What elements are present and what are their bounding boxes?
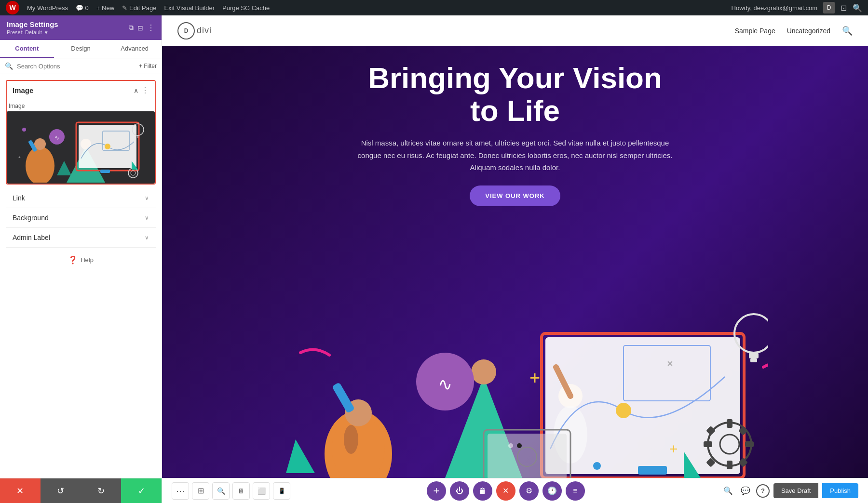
support-btn[interactable]: 💬 [739, 484, 752, 497]
desktop-view-btn[interactable]: 🖥 [232, 482, 250, 500]
image-section-block: Image ∧ ⋮ Image [6, 80, 156, 185]
power-btn[interactable]: ⏻ [450, 481, 469, 501]
screen-options-icon[interactable]: ⊡ [841, 3, 847, 13]
sidebar-header: Image Settings Preset: Default ▼ ⧉ ⊟ ⋮ [0, 15, 162, 40]
help-btn[interactable]: ? [756, 484, 770, 498]
bottom-toolbar: ⋯ ⊞ 🔍 🖥 ⬜ 📱 + ⏻ 🗑 ✕ ⚙ 🕐 ≡ 🔍 💬 ? Save [162, 478, 868, 503]
divi-logo-circle: D [177, 22, 195, 40]
background-chevron-icon: ∨ [145, 214, 149, 221]
exit-visual-builder-link[interactable]: Exit Visual Builder [164, 4, 215, 12]
nav-sample-page[interactable]: Sample Page [735, 27, 775, 35]
svg-point-8 [105, 144, 110, 149]
undo-button[interactable]: ↺ [41, 478, 81, 503]
toolbar-left: ⋯ ⊞ 🔍 🖥 ⬜ 📱 [172, 482, 290, 500]
search-options-input[interactable] [17, 63, 135, 70]
svg-text:+: + [18, 155, 21, 159]
hero-title: Bringing Your Visionto Life [351, 62, 679, 127]
purge-sg-cache-link[interactable]: Purge SG Cache [222, 4, 270, 12]
admin-label-chevron-icon: ∨ [145, 234, 149, 241]
site-search-icon[interactable]: 🔍 [842, 26, 853, 36]
add-element-btn[interactable]: + [427, 481, 446, 501]
image-preview-container[interactable]: ∿ + [7, 111, 155, 184]
copy-icon[interactable]: ⧉ [129, 24, 134, 32]
background-section[interactable]: Background ∨ [6, 208, 156, 228]
settings-btn[interactable]: ⚙ [519, 481, 539, 501]
help-label: Help [81, 256, 94, 264]
comments-link[interactable]: 💬 0 [76, 4, 89, 12]
layout-btn[interactable]: ⊞ [192, 482, 209, 500]
section-more-icon[interactable]: ⋮ [141, 86, 149, 95]
tab-design[interactable]: Design [54, 40, 108, 58]
columns-icon[interactable]: ⊟ [137, 24, 143, 32]
edit-page-link[interactable]: ✎ Edit Page [122, 4, 156, 12]
more-options-icon[interactable]: ⋮ [147, 23, 155, 32]
my-wordpress-link[interactable]: My WordPress [27, 4, 68, 12]
svg-rect-19 [100, 170, 110, 173]
history-btn[interactable]: 🕐 [542, 481, 562, 501]
publish-button[interactable]: Publish [822, 483, 858, 498]
svg-text:+: + [529, 368, 540, 388]
sidebar-preset: Preset: Default ▼ [7, 29, 58, 35]
tablet-view-btn[interactable]: ⬜ [253, 482, 270, 500]
mobile-view-btn[interactable]: 📱 [273, 482, 290, 500]
close-btn[interactable]: ✕ [496, 481, 515, 501]
link-section[interactable]: Link ∨ [6, 188, 156, 208]
sidebar-search-bar: 🔍 + Filter [0, 58, 162, 74]
dot-1[interactable] [508, 443, 513, 448]
site-header: D divi Sample Page Uncategorized 🔍 [162, 15, 868, 46]
delete-btn[interactable]: 🗑 [473, 481, 492, 501]
svg-point-17 [22, 128, 26, 132]
svg-text:+: + [669, 441, 678, 457]
sidebar-header-icons: ⧉ ⊟ ⋮ [129, 23, 155, 32]
view-our-work-button[interactable]: VIEW OUR WORK [470, 185, 560, 206]
dot-2[interactable] [517, 443, 522, 448]
help-section[interactable]: ❓ Help [6, 248, 156, 272]
new-link[interactable]: + New [96, 4, 114, 12]
collapse-icon[interactable]: ∧ [134, 87, 138, 94]
more-options-btn[interactable]: ⋯ [172, 482, 189, 500]
sidebar-header-info: Image Settings Preset: Default ▼ [7, 20, 58, 35]
sidebar-tabs: Content Design Advanced [0, 40, 162, 58]
toolbar-right: 🔍 💬 ? Save Draft Publish [721, 483, 858, 498]
admin-label-section[interactable]: Admin Label ∨ [6, 228, 156, 248]
sidebar-bottom-actions: ✕ ↺ ↻ ✓ [0, 478, 162, 503]
zoom-btn[interactable]: 🔍 [721, 484, 735, 497]
image-section-title-row: Image [13, 86, 33, 94]
svg-point-24 [344, 425, 358, 454]
image-section-header[interactable]: Image ∧ ⋮ [7, 81, 155, 100]
svg-marker-53 [286, 439, 315, 473]
image-section-label: Image [13, 86, 33, 94]
search-wp-icon[interactable]: 🔍 [853, 3, 862, 13]
howdy-text: Howdy, deezgrafix@gmail.com [732, 4, 817, 12]
site-nav: Sample Page Uncategorized 🔍 [735, 26, 853, 36]
filter-button[interactable]: + Filter [139, 63, 157, 69]
save-button[interactable]: ✓ [121, 478, 162, 503]
help-icon: ❓ [68, 255, 78, 265]
svg-point-58 [593, 462, 601, 470]
svg-rect-36 [727, 419, 732, 428]
svg-point-26 [471, 359, 496, 384]
svg-rect-56 [638, 466, 667, 475]
wp-logo-icon[interactable]: W [6, 1, 19, 14]
user-avatar[interactable]: D [823, 2, 835, 13]
save-draft-button[interactable]: Save Draft [773, 483, 818, 498]
nav-uncategorized[interactable]: Uncategorized [787, 27, 830, 35]
cancel-button[interactable]: ✕ [0, 478, 41, 503]
svg-text:∿: ∿ [54, 134, 59, 141]
svg-rect-50 [749, 353, 759, 358]
admin-label-section-label: Admin Label [13, 234, 50, 241]
divi-logo: D divi [177, 22, 212, 40]
svg-rect-38 [704, 441, 712, 447]
background-section-label: Background [13, 214, 49, 222]
svg-rect-47 [488, 434, 567, 478]
image-section-icons: ∧ ⋮ [134, 86, 149, 95]
tab-content[interactable]: Content [0, 40, 54, 58]
settings-sidebar: Image Settings Preset: Default ▼ ⧉ ⊟ ⋮ C… [0, 15, 162, 503]
hero-section: Bringing Your Visionto Life Nisl massa, … [162, 46, 868, 478]
svg-rect-37 [727, 461, 732, 469]
tab-advanced[interactable]: Advanced [108, 40, 162, 58]
link-section-label: Link [13, 194, 25, 202]
wireframe-btn[interactable]: ≡ [566, 481, 585, 501]
redo-button[interactable]: ↻ [81, 478, 122, 503]
search-btn[interactable]: 🔍 [212, 482, 230, 500]
